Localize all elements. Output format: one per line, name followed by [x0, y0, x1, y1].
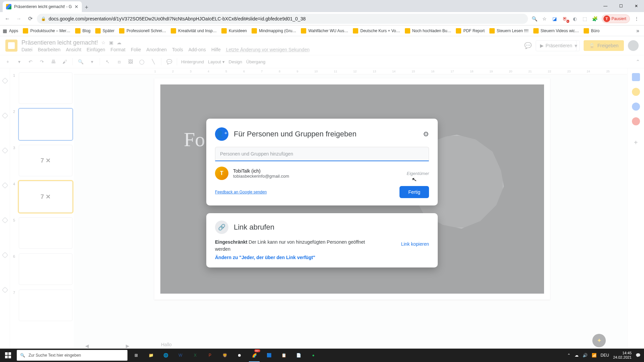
- minimize-button[interactable]: —: [598, 0, 613, 12]
- bookmark-item[interactable]: Kreativität und Insp…: [171, 28, 217, 34]
- browser-toolbar: ← → ⟳ 🔒 docs.google.com/presentation/d/1…: [0, 12, 644, 25]
- done-button[interactable]: Fertig: [399, 186, 429, 198]
- copy-link-button[interactable]: Link kopieren: [401, 241, 429, 247]
- bookmark-item[interactable]: Deutsche Kurs + Vo…: [353, 28, 400, 34]
- bookmark-item[interactable]: Wahlfächer WU Aus…: [301, 28, 348, 34]
- edge2-icon[interactable]: 🟦: [262, 349, 276, 362]
- bookmark-item[interactable]: Produktsuche – Mer…: [23, 28, 70, 34]
- reload-button[interactable]: ⟳: [25, 14, 35, 23]
- onedrive-icon[interactable]: ☁: [575, 353, 579, 358]
- app-icon[interactable]: 📋: [277, 349, 290, 362]
- browser-tab-strip: Präsentieren leicht gemacht! - G ✕ + — ☐…: [0, 0, 644, 12]
- share-dialog-title: Für Personen und Gruppen freigeben: [234, 130, 357, 138]
- edge-icon[interactable]: 🌐: [159, 349, 172, 362]
- person-name: TobiTalk (ich): [233, 168, 289, 174]
- zoom-icon[interactable]: 🔍: [531, 15, 538, 22]
- person-email: tobiasbeckerinfo@gmail.com: [233, 174, 289, 179]
- window-controls: — ☐ ✕: [598, 0, 644, 12]
- obs-icon[interactable]: ⏺: [233, 349, 246, 362]
- bookmark-item[interactable]: Später: [95, 28, 114, 34]
- spotify-icon[interactable]: ●: [307, 349, 320, 362]
- word-icon[interactable]: W: [174, 349, 187, 362]
- notifications-icon[interactable]: 💬: [636, 353, 641, 358]
- bookmark-item[interactable]: Blog: [75, 28, 91, 34]
- browser-tab[interactable]: Präsentieren leicht gemacht! - G ✕: [3, 1, 82, 12]
- get-link-dialog: 🔗 Link abrufen Eingeschränkt Der Link ka…: [206, 213, 438, 267]
- language-indicator[interactable]: DEU: [601, 353, 609, 358]
- close-window-button[interactable]: ✕: [629, 0, 644, 12]
- link-icon: 🔗: [215, 221, 228, 234]
- feedback-link[interactable]: Feedback an Google senden: [215, 190, 267, 194]
- app-icon[interactable]: 📄: [292, 349, 305, 362]
- task-view-icon[interactable]: ⊞: [129, 349, 143, 362]
- person-row: T TobiTalk (ich) tobiasbeckerinfo@gmail.…: [215, 167, 429, 180]
- extension-icon[interactable]: ◪: [551, 15, 558, 22]
- person-avatar-icon: T: [215, 167, 228, 180]
- back-button[interactable]: ←: [3, 14, 12, 23]
- bookmark-item[interactable]: Steuern Lesen !!!!: [489, 28, 529, 34]
- forward-button[interactable]: →: [14, 14, 23, 23]
- start-button[interactable]: [0, 349, 16, 362]
- new-tab-button[interactable]: +: [82, 3, 91, 12]
- avatar-icon: T: [603, 15, 610, 22]
- bookmarks-overflow[interactable]: »: [636, 28, 641, 34]
- taskbar-clock[interactable]: 14:45 24.02.2021: [613, 351, 632, 360]
- share-settings-icon[interactable]: ⚙: [423, 130, 429, 138]
- person-role: Eigentümer: [407, 171, 429, 176]
- bookmarks-bar: ▦Apps Produktsuche – Mer… Blog Später Pr…: [0, 25, 644, 36]
- share-people-icon: 👤⁺: [215, 127, 228, 141]
- brave-icon[interactable]: 🦁: [218, 349, 231, 362]
- slides-favicon: [6, 4, 11, 9]
- link-dialog-title: Link abrufen: [234, 223, 274, 232]
- maximize-button[interactable]: ☐: [613, 0, 629, 12]
- excel-icon[interactable]: X: [189, 349, 202, 362]
- tray-overflow-icon[interactable]: ⌃: [567, 353, 571, 358]
- bookmark-item[interactable]: Kursideen: [221, 28, 247, 34]
- powerpoint-icon[interactable]: P: [203, 349, 217, 362]
- network-icon[interactable]: 📶: [592, 353, 597, 358]
- windows-taskbar: 🔍 Zur Suche Text hier eingeben ⊞ 📁 🌐 W X…: [0, 349, 644, 362]
- taskbar-search[interactable]: 🔍 Zur Suche Text hier eingeben: [17, 350, 127, 361]
- bookmark-item[interactable]: Steuern Videos wic…: [533, 28, 579, 34]
- apps-button[interactable]: ▦Apps: [3, 28, 18, 34]
- volume-icon[interactable]: 🔊: [583, 353, 588, 358]
- bookmark-item[interactable]: Büro: [584, 28, 599, 34]
- address-bar[interactable]: 🔒 docs.google.com/presentation/d/1yV372S…: [37, 14, 528, 24]
- chrome-icon[interactable]: 🌈99+: [248, 349, 261, 362]
- link-restriction-text: Eingeschränkt Der Link kann nur von hinz…: [215, 239, 376, 253]
- lock-icon: 🔒: [41, 16, 46, 21]
- tab-title: Präsentieren leicht gemacht! - G: [14, 4, 72, 9]
- url-text: docs.google.com/presentation/d/1yV372SO5…: [49, 16, 306, 21]
- close-tab-icon[interactable]: ✕: [74, 4, 78, 9]
- profile-chip[interactable]: T Pausiert: [602, 14, 630, 23]
- extension-icon-4[interactable]: ⬚: [582, 15, 588, 22]
- bookmark-item[interactable]: PDF Report: [456, 28, 484, 34]
- explorer-icon[interactable]: 📁: [144, 349, 158, 362]
- extensions-menu-icon[interactable]: 🧩: [592, 15, 598, 22]
- bookmark-item[interactable]: Mindmapping (Gru…: [252, 28, 296, 34]
- change-access-link[interactable]: Ändern zu "Jeder, der über den Link verf…: [215, 255, 376, 260]
- star-icon[interactable]: ☆: [541, 15, 548, 22]
- extension-icon-2[interactable]: ⛨4: [561, 15, 568, 22]
- extension-icon-3[interactable]: ◐: [572, 15, 578, 22]
- bookmark-item[interactable]: Noch hochladen Bu…: [405, 28, 451, 34]
- bookmark-item[interactable]: Professionell Schrei…: [119, 28, 166, 34]
- menu-icon[interactable]: ⋮: [633, 15, 640, 22]
- add-people-input[interactable]: Personen und Gruppen hinzufügen: [215, 147, 429, 161]
- share-dialog: 👤⁺ Für Personen und Gruppen freigeben ⚙ …: [206, 119, 438, 205]
